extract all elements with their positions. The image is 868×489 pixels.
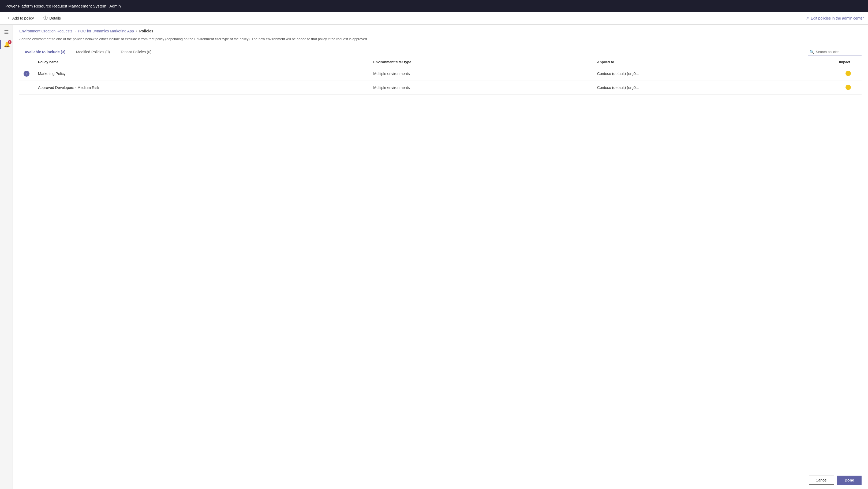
info-icon: ⓘ — [43, 15, 48, 21]
row-policy-name-0: Marketing Policy — [34, 67, 369, 80]
layout: ☰ 🔔 1 Environment Creation Requests › PO… — [0, 25, 868, 489]
add-to-policy-button[interactable]: ＋ Add to policy — [4, 14, 36, 22]
toolbar: ＋ Add to policy ⓘ Details ↗ Edit policie… — [0, 12, 868, 25]
external-link-icon: ↗ — [806, 16, 809, 21]
search-input[interactable] — [816, 50, 859, 54]
title-bar: Power Platform Resource Request Manageme… — [0, 0, 868, 12]
impact-dot-icon — [845, 85, 851, 90]
breadcrumb-sep2: › — [136, 29, 137, 33]
breadcrumb-step1[interactable]: Environment Creation Requests — [19, 29, 72, 33]
impact-dot-icon — [845, 71, 851, 76]
breadcrumb: Environment Creation Requests › POC for … — [19, 29, 862, 33]
table-row[interactable]: Approved Developers - Medium RiskMultipl… — [19, 80, 862, 95]
search-icon: 🔍 — [810, 50, 814, 54]
table-header-row: Policy name Environment filter type Appl… — [19, 57, 862, 67]
main-content: Environment Creation Requests › POC for … — [13, 25, 868, 489]
col-impact: Impact — [835, 57, 862, 67]
app-title: Power Platform Resource Request Manageme… — [5, 4, 121, 8]
policies-table: Policy name Environment filter type Appl… — [19, 57, 862, 95]
breadcrumb-step2[interactable]: POC for Dynamics Marketing App — [78, 29, 134, 33]
bottom-action-bar: Cancel Done — [802, 471, 868, 489]
row-applied-to-0: Contoso (default) (org0... — [593, 67, 835, 80]
tabs-bar: Available to include (3) Modified Polici… — [19, 47, 862, 57]
page-description: Add the environment to one of the polici… — [19, 36, 819, 42]
row-check-1[interactable] — [19, 80, 34, 95]
row-impact-0 — [835, 67, 862, 80]
row-check-0[interactable]: ✓ — [19, 67, 34, 80]
cancel-button[interactable]: Cancel — [809, 476, 834, 485]
done-button[interactable]: Done — [837, 476, 862, 485]
col-env-filter: Environment filter type — [369, 57, 593, 67]
row-env-filter-0: Multiple environments — [369, 67, 593, 80]
details-button[interactable]: ⓘ Details — [41, 14, 63, 22]
row-applied-to-1: Contoso (default) (org0... — [593, 80, 835, 95]
row-env-filter-1: Multiple environments — [369, 80, 593, 95]
table-row[interactable]: ✓Marketing PolicyMultiple environmentsCo… — [19, 67, 862, 80]
tab-modified[interactable]: Modified Policies (0) — [71, 47, 115, 57]
col-check — [19, 57, 34, 67]
col-policy-name: Policy name — [34, 57, 369, 67]
notifications-button[interactable]: 🔔 1 — [0, 40, 12, 49]
breadcrumb-sep1: › — [74, 29, 75, 33]
tab-tenant[interactable]: Tenant Policies (0) — [115, 47, 157, 57]
row-policy-name-1: Approved Developers - Medium Risk — [34, 80, 369, 95]
plus-icon: ＋ — [6, 15, 11, 21]
check-icon: ✓ — [24, 71, 29, 76]
notification-badge: 1 — [8, 40, 11, 44]
search-box[interactable]: 🔍 — [808, 49, 862, 56]
breadcrumb-step3: Policies — [139, 29, 154, 33]
edit-policies-link[interactable]: ↗ Edit policies in the admin center — [806, 16, 864, 21]
row-impact-1 — [835, 80, 862, 95]
tab-available[interactable]: Available to include (3) — [19, 47, 71, 57]
toolbar-left: ＋ Add to policy ⓘ Details — [4, 14, 63, 22]
hamburger-menu-button[interactable]: ☰ — [2, 27, 10, 37]
col-applied-to: Applied to — [593, 57, 835, 67]
sidebar: ☰ 🔔 1 — [0, 25, 13, 489]
tabs-list: Available to include (3) Modified Polici… — [19, 47, 157, 57]
